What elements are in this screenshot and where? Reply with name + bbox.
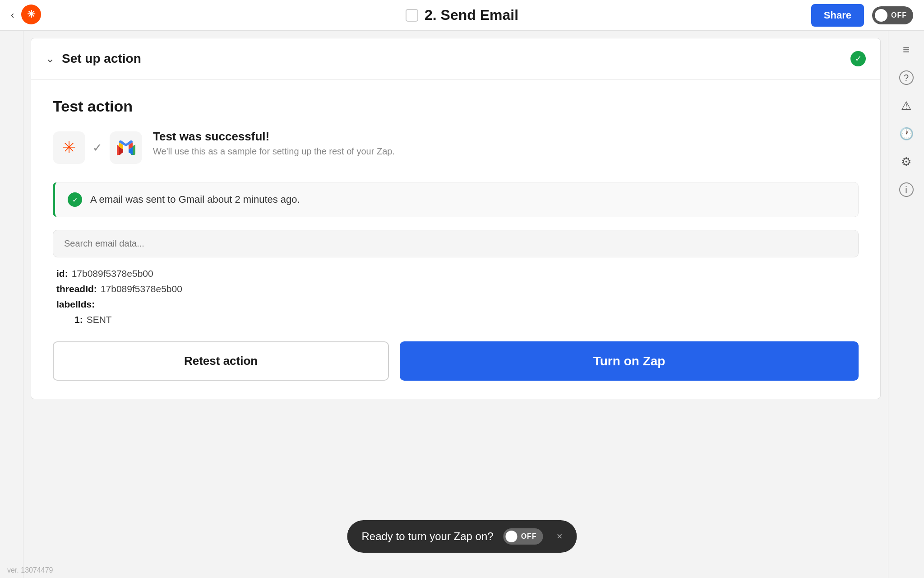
- success-sub-text: We'll use this as a sample for setting u…: [153, 146, 395, 157]
- settings-icon: ⚙: [901, 155, 911, 169]
- setup-complete-icon: ✓: [850, 51, 866, 66]
- right-sidebar: ≡ ? ⚠ 🕐 ⚙ i: [888, 31, 924, 578]
- page-title: 2. Send Email: [425, 7, 518, 23]
- data-row-thread: threadId: 17b089f5378e5b00: [56, 284, 855, 294]
- main-layout: ⌄ Set up action ✓ Test action ✳ ✓: [0, 31, 924, 578]
- zapier-logo: ✳: [21, 5, 41, 26]
- inner-content: Test action ✳ ✓: [31, 79, 880, 399]
- zapier-star-icon: ✳: [62, 138, 76, 157]
- status-check-icon: ✓: [68, 192, 82, 207]
- header: ‹ ✳ 2. Send Email Share OFF: [0, 0, 924, 31]
- version-label: ver. 13074479: [7, 566, 53, 574]
- help-icon-button[interactable]: ?: [895, 66, 918, 89]
- history-icon-button[interactable]: 🕐: [895, 122, 918, 145]
- setup-panel: ⌄ Set up action ✓ Test action ✳ ✓: [31, 38, 881, 399]
- search-input[interactable]: [53, 230, 859, 257]
- gmail-icon-box: [110, 131, 142, 164]
- title-checkbox[interactable]: [406, 9, 418, 22]
- retest-button[interactable]: Retest action: [53, 341, 389, 381]
- data-row-id: id: 17b089f5378e5b00: [56, 268, 855, 279]
- toggle-label: OFF: [891, 11, 907, 19]
- settings-icon-button[interactable]: ⚙: [895, 150, 918, 173]
- history-icon: 🕐: [899, 127, 914, 141]
- toast-text: Ready to turn your Zap on?: [361, 530, 493, 543]
- svg-text:✳: ✳: [27, 9, 36, 20]
- icons-row: ✳ ✓: [53, 131, 142, 164]
- header-right: Share OFF: [811, 4, 913, 27]
- menu-icon-button[interactable]: ≡: [895, 38, 918, 61]
- data-row-labelids: labelIds:: [56, 299, 855, 310]
- back-button[interactable]: ‹: [11, 9, 14, 21]
- test-action-title: Test action: [53, 98, 859, 115]
- header-left: ‹ ✳: [11, 5, 41, 26]
- toast: Ready to turn your Zap on? OFF ×: [347, 520, 577, 553]
- info-icon-button[interactable]: i: [895, 178, 918, 201]
- help-icon: ?: [899, 70, 914, 85]
- connector-check-icon: ✓: [92, 141, 102, 155]
- info-icon: i: [899, 182, 914, 197]
- buttons-row: Retest action Turn on Zap: [53, 341, 859, 381]
- setup-header-left: ⌄ Set up action: [46, 51, 141, 66]
- status-bar: ✓ A email was sent to Gmail about 2 minu…: [53, 182, 859, 217]
- toggle-circle: [875, 9, 887, 22]
- warning-icon: ⚠: [901, 99, 911, 113]
- warning-icon-button[interactable]: ⚠: [895, 94, 918, 117]
- toast-toggle-label: OFF: [521, 532, 537, 541]
- success-main-text: Test was successful!: [153, 130, 395, 144]
- menu-icon: ≡: [903, 43, 910, 57]
- status-text: A email was sent to Gmail about 2 minute…: [90, 194, 300, 205]
- data-list: id: 17b089f5378e5b00 threadId: 17b089f53…: [53, 268, 859, 325]
- left-sidebar: [0, 31, 23, 578]
- header-center: 2. Send Email: [406, 7, 518, 23]
- toast-toggle[interactable]: OFF: [504, 528, 543, 545]
- turn-on-zap-button[interactable]: Turn on Zap: [400, 341, 859, 381]
- header-toggle[interactable]: OFF: [872, 6, 913, 24]
- toast-close-button[interactable]: ×: [557, 531, 563, 542]
- data-row-label1: 1: SENT: [56, 314, 855, 325]
- success-text-block: Test was successful! We'll use this as a…: [153, 130, 395, 157]
- share-button[interactable]: Share: [811, 4, 864, 27]
- zapier-icon-box: ✳: [53, 131, 85, 164]
- chevron-down-icon: ⌄: [46, 52, 55, 65]
- content-area: ⌄ Set up action ✓ Test action ✳ ✓: [23, 31, 888, 578]
- toast-toggle-circle: [506, 531, 517, 542]
- setup-title: Set up action: [62, 51, 141, 66]
- setup-header[interactable]: ⌄ Set up action ✓: [31, 38, 880, 79]
